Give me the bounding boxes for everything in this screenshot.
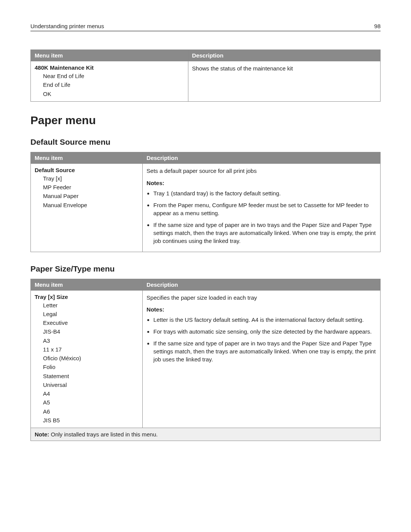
menu-item-title: Default Source (35, 167, 139, 173)
menu-option: Statement (43, 372, 139, 380)
page-header: Understanding printer menus 98 (30, 23, 381, 31)
menu-option: Universal (43, 380, 139, 389)
menu-option: Executive (43, 318, 139, 327)
menu-option: Manual Paper (43, 192, 139, 200)
menu-option: 11 x 17 (43, 345, 139, 354)
note-item: Letter is the US factory default setting… (153, 316, 376, 324)
note-item: If the same size and type of paper are i… (153, 339, 376, 363)
menu-description: Specifies the paper size loaded in each … (147, 294, 376, 302)
table-row: 480K Maintenance Kit Near End of Life En… (31, 61, 381, 102)
menu-option: Oficio (México) (43, 354, 139, 363)
subsection-heading-default-source: Default Source menu (30, 137, 381, 147)
table-header-description: Description (143, 279, 381, 290)
note-item: Tray 1 (standard tray) is the factory de… (153, 189, 376, 197)
table-header-description: Description (143, 152, 381, 163)
menu-option: Near End of Life (43, 72, 184, 80)
menu-option: A6 (43, 407, 139, 416)
maintenance-kit-table: Menu item Description 480K Maintenance K… (30, 50, 381, 102)
page-number: 98 (374, 23, 381, 29)
menu-option: A5 (43, 398, 139, 407)
menu-option: A4 (43, 389, 139, 398)
menu-option: End of Life (43, 80, 184, 89)
menu-option: OK (43, 89, 184, 98)
table-row: Default Source Tray [x] MP Feeder Manual… (31, 163, 381, 252)
menu-option: A3 (43, 336, 139, 345)
table-header-menu-item: Menu item (31, 279, 143, 290)
menu-option: JIS-B4 (43, 327, 139, 336)
note-item: If the same size and type of paper are i… (153, 221, 376, 245)
paper-size-type-table: Menu item Description Tray [x] Size Lett… (30, 279, 381, 441)
menu-description: Shows the status of the maintenance kit (188, 61, 380, 102)
menu-option: JIS B5 (43, 416, 139, 425)
menu-option: Legal (43, 310, 139, 318)
menu-option: Manual Envelope (43, 201, 139, 209)
table-header-description: Description (188, 50, 380, 61)
menu-description: Sets a default paper source for all prin… (147, 167, 376, 175)
header-title: Understanding printer menus (30, 23, 104, 29)
table-footer-note: Note: Only installed trays are listed in… (31, 428, 381, 441)
table-header-menu-item: Menu item (31, 50, 188, 61)
notes-label: Notes: (147, 180, 376, 186)
notes-list: Tray 1 (standard tray) is the factory de… (153, 189, 376, 245)
default-source-table: Menu item Description Default Source Tra… (30, 152, 381, 252)
menu-option: MP Feeder (43, 183, 139, 192)
table-row: Tray [x] Size Letter Legal Executive JIS… (31, 290, 381, 428)
menu-option: Folio (43, 363, 139, 371)
menu-option: Tray [x] (43, 174, 139, 183)
section-heading-paper-menu: Paper menu (30, 114, 381, 127)
menu-item-title: 480K Maintenance Kit (35, 64, 184, 71)
note-item: From the Paper menu, Configure MP feeder… (153, 201, 376, 217)
notes-list: Letter is the US factory default setting… (153, 316, 376, 363)
footer-note-label: Note: (35, 431, 49, 438)
notes-label: Notes: (147, 306, 376, 313)
footer-note-text: Only installed trays are listed in this … (49, 431, 158, 438)
menu-option: Letter (43, 301, 139, 310)
note-item: For trays with automatic size sensing, o… (153, 328, 376, 335)
table-header-menu-item: Menu item (31, 152, 143, 163)
menu-item-title: Tray [x] Size (35, 294, 139, 300)
subsection-heading-paper-size-type: Paper Size/Type menu (30, 264, 381, 273)
